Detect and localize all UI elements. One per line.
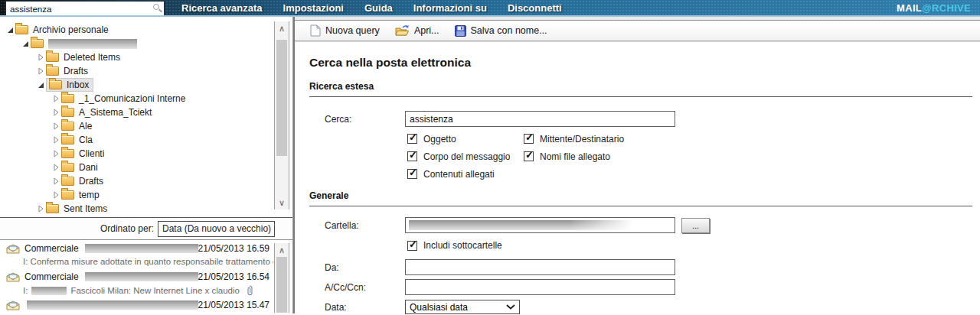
collapse-arrow-icon[interactable] <box>51 122 61 130</box>
menu-item-guida[interactable]: Guida <box>364 2 393 14</box>
paperclip-icon <box>246 285 253 296</box>
menu-item-impostazioni[interactable]: Impostazioni <box>283 2 344 14</box>
search-options: ✓ Oggetto ✓ Mittente/Destinatario ✓ Corp… <box>407 134 972 179</box>
menu-item-ricerca-avanzata[interactable]: Ricerca avanzata <box>181 2 263 14</box>
option-corpo-messaggio: ✓ Corpo del messaggio <box>407 151 524 162</box>
collapse-arrow-icon[interactable] <box>51 164 61 171</box>
folder-icon <box>46 67 59 76</box>
collapse-arrow-icon[interactable] <box>51 95 61 102</box>
page-title: Cerca nella posta elettronica <box>309 56 972 70</box>
folder-icon <box>46 53 59 62</box>
tree-item-redacted-mailbox[interactable] <box>0 37 292 50</box>
collapse-arrow-icon[interactable] <box>51 136 61 144</box>
email-row[interactable]: Commerciale 21/05/2013 16.54 I: Fascicol… <box>0 271 292 299</box>
tree-item-dani[interactable]: Dani <box>0 161 292 174</box>
collapse-arrow-icon[interactable] <box>35 205 46 213</box>
open-envelope-icon <box>6 244 20 254</box>
open-envelope-icon <box>6 300 20 310</box>
tree-item-label: temp <box>79 190 100 200</box>
sort-select[interactable]: Data (Da nuovo a vecchio) <box>158 221 275 237</box>
option-label: Mittente/Destinatario <box>540 134 624 145</box>
folder-icon <box>31 39 44 48</box>
oggetto-checkbox[interactable]: ✓ <box>407 134 417 144</box>
menu-item-disconnetti[interactable]: Disconnetti <box>508 2 562 14</box>
menu-item-informazioni-su[interactable]: Informazioni su <box>413 2 487 14</box>
tree-item-drafts[interactable]: Drafts <box>0 64 292 78</box>
collapse-arrow-icon[interactable] <box>51 191 61 199</box>
folder-icon <box>61 177 74 186</box>
nomi-file-checkbox[interactable]: ✓ <box>524 151 534 161</box>
save-icon <box>455 25 466 37</box>
da-label: Da: <box>325 262 405 273</box>
topbar: Ricerca avanzata Impostazioni Guida Info… <box>0 0 980 17</box>
tree-item-label: Deleted Items <box>64 52 120 63</box>
tree-item-cla[interactable]: Cla <box>0 133 292 147</box>
tree-scrollbar[interactable]: ∧ ∨ <box>274 21 289 209</box>
option-mittente-destinatario: ✓ Mittente/Destinatario <box>524 134 972 145</box>
a-cc-ccn-input[interactable] <box>405 279 675 295</box>
tree-item-archivio-personale[interactable]: Archivio personale <box>0 23 292 37</box>
email-date: 21/05/2013 15.47 <box>198 300 270 310</box>
new-query-button[interactable]: Nuova query <box>302 23 387 38</box>
tree-item-label: Drafts <box>79 176 103 187</box>
tree-item-label: Archivio personale <box>33 24 109 35</box>
tree-item-label: Dani <box>79 162 98 173</box>
search-form: Cerca nella posta elettronica Ricerca es… <box>295 56 980 314</box>
mittente-checkbox[interactable]: ✓ <box>524 134 534 144</box>
option-contenuti-allegati: ✓ Contenuti allegati <box>407 169 524 180</box>
expand-arrow-icon[interactable] <box>20 41 31 47</box>
da-input[interactable] <box>405 259 675 275</box>
tree-item-sent-items[interactable]: Sent Items <box>0 202 292 216</box>
tree-item-a-sistema-tciekt[interactable]: A_Sistema_Tciekt <box>0 106 292 119</box>
data-label: Data: <box>325 302 405 313</box>
browse-folder-button[interactable]: ... <box>681 218 710 233</box>
cartella-input[interactable] <box>405 217 675 233</box>
search-icon[interactable] <box>153 4 159 10</box>
option-nomi-file-allegato: ✓ Nomi file allegato <box>524 151 972 162</box>
tree-item-temp[interactable]: temp <box>0 188 292 202</box>
collapse-arrow-icon[interactable] <box>35 54 46 61</box>
open-query-button[interactable]: Apri... <box>387 23 447 38</box>
tree-item-drafts-sub[interactable]: Drafts <box>0 174 292 188</box>
tree-item-comunicazioni-interne[interactable]: _1_Comunicazioni Interne <box>0 92 292 106</box>
new-query-label: Nuova query <box>325 25 380 36</box>
data-select[interactable]: Qualsiasi data <box>405 300 520 314</box>
left-panel: Archivio personale Deleted Items Drafts <box>0 17 293 313</box>
folder-icon <box>61 163 74 172</box>
section-divider <box>309 206 972 206</box>
section-generale: Generale <box>309 190 972 201</box>
cerca-input[interactable] <box>405 111 675 127</box>
tree-item-label: Ale <box>79 121 92 132</box>
scrollbar-thumb[interactable] <box>276 40 287 156</box>
scroll-up-icon[interactable]: ∧ <box>275 245 289 255</box>
email-list-scrollbar[interactable]: ∧ <box>274 243 289 313</box>
check-icon: ✓ <box>525 132 534 143</box>
email-row[interactable]: Commerciale 21/05/2013 16.59 I: Conferma… <box>0 242 292 271</box>
collapse-arrow-icon[interactable] <box>35 67 46 75</box>
email-row[interactable]: 21/05/2013 15.47 <box>0 299 292 313</box>
tree-item-ale[interactable]: Ale <box>0 119 292 133</box>
tree-item-inbox-selected[interactable]: Inbox <box>0 78 292 92</box>
check-icon: ✓ <box>525 149 534 161</box>
collapse-arrow-icon[interactable] <box>51 109 61 116</box>
collapse-arrow-icon[interactable] <box>51 150 61 158</box>
section-divider <box>309 96 972 97</box>
email-date: 21/05/2013 16.54 <box>198 271 270 282</box>
sottocartelle-checkbox[interactable]: ✓ <box>407 241 417 251</box>
corpo-checkbox[interactable]: ✓ <box>407 151 417 161</box>
search-input[interactable] <box>6 3 164 15</box>
collapse-arrow-icon[interactable] <box>51 177 61 185</box>
section-ricerca-estesa: Ricerca estesa <box>309 81 972 92</box>
contenuti-checkbox[interactable]: ✓ <box>407 169 417 179</box>
option-label: Corpo del messaggio <box>423 151 510 162</box>
folder-icon <box>61 149 74 158</box>
save-as-button[interactable]: Salva con nome... <box>447 24 555 38</box>
tree-item-clienti[interactable]: Clienti <box>0 147 292 161</box>
scrollbar-thumb[interactable] <box>276 257 287 313</box>
email-subject: I: Fascicoli Milan: New Internet Line x … <box>23 285 273 296</box>
scroll-down-icon[interactable]: ∨ <box>275 197 289 208</box>
expand-arrow-icon[interactable] <box>5 28 15 33</box>
tree-item-deleted-items[interactable]: Deleted Items <box>0 50 292 64</box>
expand-arrow-icon[interactable] <box>35 83 46 88</box>
scroll-up-icon[interactable]: ∧ <box>275 23 289 34</box>
